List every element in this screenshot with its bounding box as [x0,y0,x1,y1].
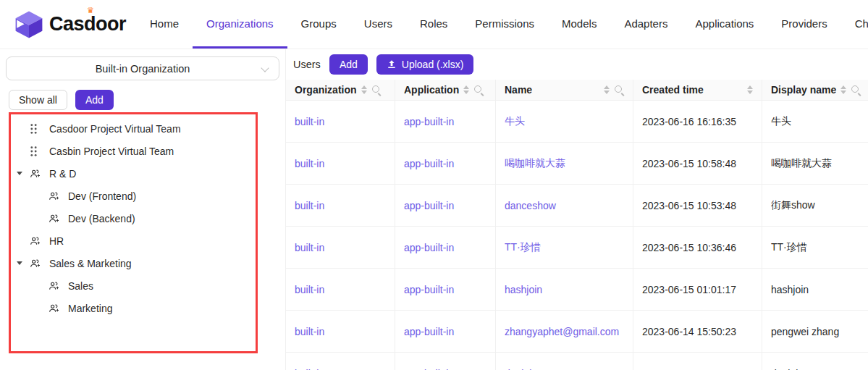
sorter-icon[interactable] [747,85,753,94]
organization-link[interactable]: built-in [295,284,324,295]
tree-item[interactable]: Sales & Marketing [9,252,255,274]
organization-link[interactable]: built-in [295,158,324,169]
show-all-button[interactable]: Show all [9,90,67,110]
table-row: built-in app-built-in TT·珍惜 2023-06-15 1… [286,227,868,269]
table-row: built-in app-built-in hashjoin 2023-06-1… [286,269,868,311]
column-header-application[interactable]: Application [395,80,496,101]
organization-link[interactable]: built-in [295,242,324,253]
application-link[interactable]: app-built-in [404,242,454,253]
column-label: Created time [642,84,704,96]
search-icon[interactable] [614,85,624,95]
sorter-icon[interactable] [463,85,469,94]
application-link[interactable]: app-built-in [404,368,454,370]
casdoor-app: Casdoor ♛ Home Organizations Groups User… [0,0,868,370]
sorter-icon[interactable] [840,85,846,94]
search-icon[interactable] [851,85,861,95]
created-time-cell: 2023-06-14 14:14:18 [642,368,736,370]
casdoor-logo[interactable]: Casdoor ♛ [0,0,136,49]
usergroup-add-icon [48,213,64,224]
crown-icon: ♛ [87,6,93,15]
nav-item-applications[interactable]: Applications [681,0,767,49]
column-header-display-name[interactable]: Display name [762,80,868,101]
application-link[interactable]: app-built-in [404,116,454,127]
application-link[interactable]: app-built-in [404,284,454,295]
search-icon[interactable] [473,85,484,95]
holder-drag-icon[interactable] [29,123,45,135]
add-group-button[interactable]: Add [75,90,114,110]
tree-item[interactable]: Casdoor Project Virtual Team [9,117,255,140]
usergroup-add-icon [29,235,45,247]
nav-item-models[interactable]: Models [548,0,610,49]
display-name-cell: TT·珍惜 [771,241,807,254]
column-header-organization[interactable]: Organization [286,80,395,101]
table-row: built-in app-built-in danceshow 2023-06-… [286,185,868,227]
display-name-cell: pengwei zhang [771,326,839,337]
user-name-link[interactable]: hashjoin [505,284,542,295]
search-icon[interactable] [371,85,382,95]
tree-item[interactable]: Casbin Project Virtual Team [9,140,255,162]
tree-item[interactable]: Sales [9,274,255,297]
cube-logo-icon [14,10,43,39]
user-name-link[interactable]: 牛头 [505,115,525,128]
usergroup-add-icon [29,168,45,180]
tree-item[interactable]: R & D [9,162,255,185]
organization-sidebar: Built-in Organization Show all Add Casdo… [0,49,286,370]
tree-item-label: Dev (Frontend) [64,190,136,202]
sorter-icon[interactable] [604,85,610,94]
group-tree: Casdoor Project Virtual Team Casbin Proj… [9,117,255,319]
organization-link[interactable]: built-in [295,368,324,370]
tree-item[interactable]: Dev (Backend) [9,207,255,230]
user-name-link[interactable]: daniel [505,368,531,370]
caret-down-icon[interactable] [10,261,29,265]
user-name-link[interactable]: zhangyaphet@gmail.com [505,326,619,337]
tree-item-label: Casdoor Project Virtual Team [45,123,181,135]
column-header-created-time[interactable]: Created time [633,80,762,101]
table-row: built-in app-built-in 喝咖啡就大蒜 2023-06-15 … [286,143,868,185]
upload-xlsx-button[interactable]: Upload (.xlsx) [376,54,474,75]
application-link[interactable]: app-built-in [404,158,454,169]
tree-item-label: Casbin Project Virtual Team [45,146,174,157]
caret-down-icon[interactable] [10,172,29,175]
user-name-link[interactable]: danceshow [505,200,556,211]
user-name-link[interactable]: TT·珍惜 [505,241,541,254]
user-name-link[interactable]: 喝咖啡就大蒜 [505,157,565,170]
tree-item[interactable]: Dev (Frontend) [9,185,255,207]
created-time-cell: 2023-06-16 16:16:35 [642,116,736,127]
users-title: Users [293,59,321,70]
logo-text: Casdoor [49,13,126,35]
application-link[interactable]: app-built-in [404,200,454,211]
chevron-down-icon [262,65,269,72]
organization-select[interactable]: Built-in Organization [6,56,279,80]
usergroup-add-icon [29,258,45,269]
organization-link[interactable]: built-in [295,326,324,337]
application-link[interactable]: app-built-in [404,326,454,337]
holder-drag-icon[interactable] [29,146,45,157]
add-user-button[interactable]: Add [329,54,368,75]
tree-item[interactable]: Marketing [9,297,255,319]
display-name-cell: 牛头 [771,115,791,128]
organization-link[interactable]: built-in [295,200,324,211]
nav-item-home[interactable]: Home [136,0,193,49]
nav-item-groups[interactable]: Groups [287,0,350,49]
nav-item-chats[interactable]: Chats [841,0,868,49]
organization-link[interactable]: built-in [295,116,324,127]
tree-item[interactable]: HR [9,230,255,252]
sorter-icon[interactable] [361,85,367,94]
created-time-cell: 2023-06-15 01:01:17 [642,284,736,295]
table-row: built-in app-built-in daniel 2023-06-14 … [286,353,868,370]
nav-menu: Home Organizations Groups Users Roles Pe… [136,0,868,49]
users-panel: Users Add Upload (.xlsx) Organization [286,49,868,370]
nav-item-roles[interactable]: Roles [406,0,461,49]
column-header-name[interactable]: Name [496,80,633,101]
created-time-cell: 2023-06-14 15:50:23 [642,326,736,337]
nav-item-providers[interactable]: Providers [767,0,840,49]
nav-item-permissions[interactable]: Permissions [461,0,548,49]
display-name-cell: 街舞show [771,199,815,212]
top-navigation: Casdoor ♛ Home Organizations Groups User… [0,0,868,49]
display-name-cell: 喝咖啡就大蒜 [771,157,832,170]
column-label: Application [404,84,459,96]
nav-item-users[interactable]: Users [350,0,406,49]
created-time-cell: 2023-06-15 10:53:48 [642,200,736,211]
nav-item-adapters[interactable]: Adapters [610,0,681,49]
nav-item-organizations[interactable]: Organizations [193,0,287,49]
